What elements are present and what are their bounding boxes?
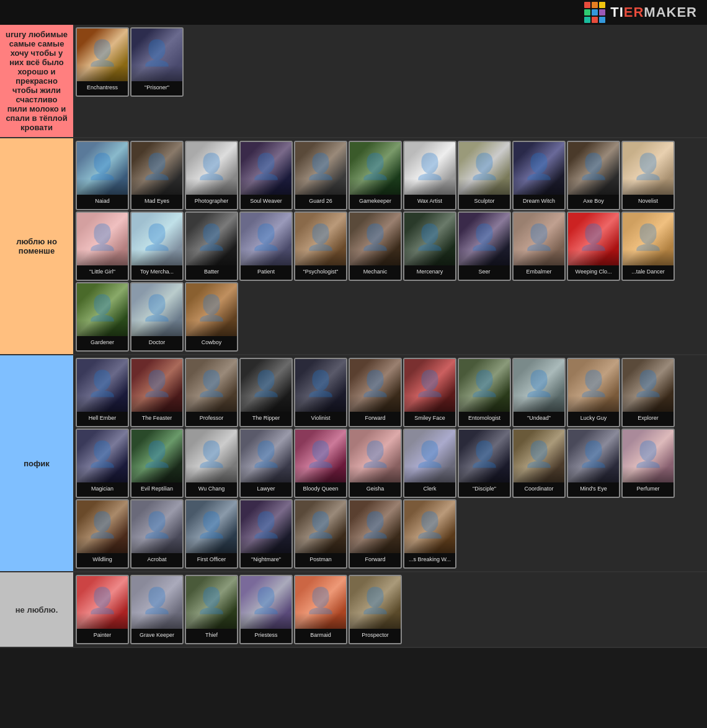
character-card[interactable]: "Nightmare"	[239, 499, 293, 569]
character-card[interactable]: Coordinator	[512, 428, 566, 498]
character-card[interactable]: ...tale Dancer	[621, 211, 675, 281]
character-card[interactable]: Professor	[185, 358, 238, 427]
character-image	[514, 430, 564, 482]
character-card[interactable]: Geisha	[349, 428, 402, 498]
character-image	[131, 359, 182, 412]
character-name: The Ripper	[241, 412, 291, 426]
character-card[interactable]: Hell Ember	[76, 358, 129, 427]
character-card[interactable]: Lawyer	[239, 428, 293, 498]
character-card[interactable]: Bloody Queen	[294, 428, 347, 498]
character-card[interactable]: Explorer	[621, 358, 675, 427]
character-card[interactable]: Prospector	[349, 575, 402, 644]
character-card[interactable]: Violinist	[294, 358, 347, 427]
character-card[interactable]: "Undead"	[512, 358, 566, 427]
character-image	[514, 142, 564, 195]
character-card[interactable]: Postman	[294, 499, 347, 569]
character-card[interactable]: Thief	[185, 575, 238, 644]
character-image	[77, 29, 128, 81]
character-card[interactable]: Wildling	[76, 499, 129, 569]
character-name: Mercenary	[404, 265, 455, 280]
character-card[interactable]: Enchantress	[76, 27, 129, 97]
character-name: Barmaid	[295, 629, 346, 643]
character-card[interactable]: Photographer	[185, 141, 238, 210]
character-image	[514, 359, 564, 412]
character-card[interactable]: The Ripper	[239, 358, 293, 427]
character-card[interactable]: Axe Boy	[567, 141, 620, 210]
character-card[interactable]: Forward	[349, 499, 402, 569]
character-card[interactable]: Perfumer	[621, 428, 675, 498]
logo-tier: Ti	[610, 4, 624, 20]
character-card[interactable]: Sculptor	[458, 141, 511, 210]
character-card[interactable]: Seer	[458, 211, 511, 281]
character-image	[186, 430, 237, 482]
character-card[interactable]: Batter	[185, 211, 238, 281]
tier-container: ururу любимые самые самые хочу чтобы у н…	[0, 25, 707, 648]
logo-cell	[584, 2, 590, 8]
character-card[interactable]: Soul Weaver	[239, 141, 293, 210]
character-card[interactable]: Mercenary	[403, 211, 456, 281]
character-name: Perfumer	[623, 482, 674, 497]
character-image	[295, 213, 346, 265]
character-card[interactable]: Lucky Guy	[567, 358, 620, 427]
character-card[interactable]: Wax Artist	[403, 141, 456, 210]
tier-label-s: ururу любимые самые самые хочу чтобы у н…	[0, 25, 73, 137]
logo-cell	[599, 9, 605, 16]
character-image	[459, 142, 510, 195]
character-card[interactable]: Acrobat	[130, 499, 184, 569]
character-name: Photographer	[186, 195, 237, 209]
character-name: Lucky Guy	[568, 412, 619, 426]
character-card[interactable]: Embalmer	[512, 211, 566, 281]
character-image	[77, 576, 128, 629]
character-card[interactable]: Magician	[76, 428, 129, 498]
character-card[interactable]: Clerk	[403, 428, 456, 498]
character-card[interactable]: Gardener	[76, 282, 129, 352]
character-name: First Officer	[186, 553, 237, 567]
character-card[interactable]: "Disciple"	[458, 428, 511, 498]
character-card[interactable]: Guard 26	[294, 141, 347, 210]
character-card[interactable]: "Psychologist"	[294, 211, 347, 281]
character-name: Mechanic	[350, 265, 401, 280]
character-name: Embalmer	[514, 265, 564, 280]
character-card[interactable]: Mad Eyes	[130, 141, 184, 210]
character-name: Gardener	[77, 336, 128, 350]
character-card[interactable]: Priestess	[239, 575, 293, 644]
character-card[interactable]: Naiad	[76, 141, 129, 210]
character-card[interactable]: Painter	[76, 575, 129, 644]
character-card[interactable]: Mechanic	[349, 211, 402, 281]
character-card[interactable]: The Feaster	[130, 358, 184, 427]
character-card[interactable]: Wu Chang	[185, 428, 238, 498]
character-card[interactable]: ...s Breaking W...	[403, 499, 456, 569]
tier-row-b: пофикHell EmberThe FeasterProfessorThe R…	[0, 355, 707, 572]
character-card[interactable]: Patient	[239, 211, 293, 281]
character-image	[77, 283, 128, 336]
tier-label-b: пофик	[0, 355, 73, 571]
character-card[interactable]: Barmaid	[294, 575, 347, 644]
character-card[interactable]: Evil Reptilian	[130, 428, 184, 498]
character-card[interactable]: Smiley Face	[403, 358, 456, 427]
character-card[interactable]: Entomologist	[458, 358, 511, 427]
character-card[interactable]: Novelist	[621, 141, 675, 210]
character-name: Postman	[295, 553, 346, 567]
character-card[interactable]: Gamekeeper	[349, 141, 402, 210]
character-card[interactable]: Weeping Clo...	[567, 211, 620, 281]
character-image	[459, 359, 510, 412]
character-image	[350, 430, 401, 482]
character-card[interactable]: Mind's Eye	[567, 428, 620, 498]
character-image	[350, 213, 401, 265]
character-card[interactable]: Grave Keeper	[130, 575, 184, 644]
character-card[interactable]: Doctor	[130, 282, 184, 352]
character-image	[459, 213, 510, 265]
character-card[interactable]: "Little Girl"	[76, 211, 129, 281]
character-image	[77, 500, 128, 553]
character-card[interactable]: First Officer	[185, 499, 238, 569]
character-image	[404, 430, 455, 482]
character-card[interactable]: Dream Witch	[512, 141, 566, 210]
character-name: "Psychologist"	[295, 265, 346, 280]
character-card[interactable]: "Prisoner"	[130, 27, 184, 97]
character-name: ...s Breaking W...	[404, 553, 455, 567]
character-name: Doctor	[131, 336, 182, 350]
character-name: Wu Chang	[186, 482, 237, 497]
character-card[interactable]: Cowboy	[185, 282, 238, 352]
character-card[interactable]: Forward	[349, 358, 402, 427]
character-card[interactable]: Toy Mercha...	[130, 211, 184, 281]
